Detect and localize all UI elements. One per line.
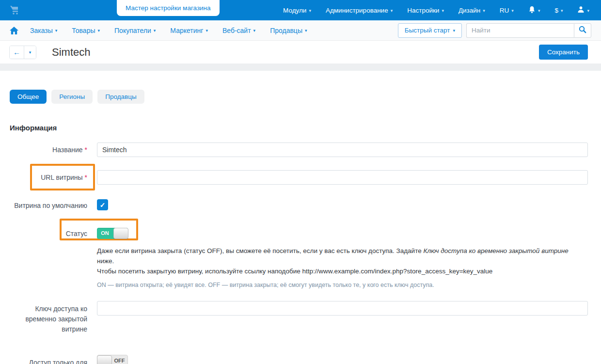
back-split-button: ← ▾ (9, 46, 36, 59)
chevron-down-icon: ▾ (309, 9, 311, 13)
chevron-down-icon: ▾ (391, 9, 393, 13)
search-icon (579, 26, 586, 35)
tabs: Общее Регионы Продавцы (10, 90, 588, 104)
nav-website[interactable]: Веб-сайт▾ (222, 27, 255, 34)
toggle-knob (97, 355, 112, 364)
save-button[interactable]: Сохранить (539, 45, 588, 60)
toggle-knob (113, 228, 128, 239)
bell-icon (528, 6, 536, 15)
chevron-down-icon: ▾ (253, 29, 256, 33)
access-key-input[interactable] (97, 301, 588, 316)
tab-vendors[interactable]: Продавцы (97, 90, 144, 104)
storefront-url-input[interactable] (97, 170, 588, 185)
nav-vendors[interactable]: Продавцы▾ (270, 27, 307, 34)
search-button[interactable] (574, 23, 591, 38)
chevron-down-icon: ▾ (206, 29, 208, 33)
page-header: ← ▾ Simtech Сохранить (0, 41, 601, 63)
access-key-label: Ключ доступа ко временно закрытой витрин… (10, 301, 87, 334)
chevron-down-icon: ▾ (511, 9, 514, 13)
chevron-down-icon: ▾ (442, 9, 444, 13)
menu-language[interactable]: RU▾ (500, 7, 514, 14)
chevron-down-icon: ▾ (55, 29, 58, 33)
name-input[interactable] (97, 142, 588, 157)
back-button[interactable]: ← (10, 46, 24, 59)
tab-regions[interactable]: Регионы (51, 90, 93, 104)
auth-only-toggle[interactable]: OFF (97, 355, 128, 364)
field-row-storefront-url: URL витрины * (10, 170, 588, 185)
status-help-text: Даже если витрина закрыта (статус OFF), … (97, 246, 577, 276)
user-icon (577, 6, 585, 15)
storefront-form: Название * URL витрины * Витрина по умол… (10, 142, 588, 364)
search-input[interactable] (466, 23, 574, 38)
search-group (466, 23, 591, 38)
status-label: Статус (10, 228, 87, 239)
status-toggle[interactable]: ON (97, 228, 128, 239)
status-muted-text: ON — витрина открыта; её увидят все. OFF… (97, 281, 577, 289)
notifications-menu[interactable]: ▾ (528, 6, 540, 15)
currency-menu[interactable]: $▾ (554, 7, 563, 14)
chevron-down-icon: ▾ (98, 29, 100, 33)
page-title: Simtech (52, 46, 90, 59)
storefront-settings-page: Мастер настройки магазина Модули▾ Админи… (0, 0, 601, 364)
nav-marketing[interactable]: Маркетинг▾ (170, 27, 208, 34)
store-setup-wizard-button[interactable]: Мастер настройки магазина (117, 0, 220, 16)
menu-design[interactable]: Дизайн▾ (459, 7, 485, 14)
field-row-auth-only: Доступ только для авторизованных покупат… (10, 355, 588, 364)
checkmark-icon: ✓ (100, 201, 106, 209)
auth-only-toggle-state: OFF (111, 355, 127, 364)
tab-general[interactable]: Общее (10, 90, 47, 104)
default-storefront-checkbox[interactable]: ✓ (97, 199, 108, 210)
currency-symbol: $ (554, 7, 558, 14)
status-toggle-state: ON (97, 228, 113, 239)
chevron-down-icon: ▾ (453, 29, 455, 33)
main-navbar: Заказы▾ Товары▾ Покупатели▾ Маркетинг▾ В… (0, 20, 601, 41)
chevron-down-icon: ▾ (305, 29, 307, 33)
cart-icon[interactable] (10, 5, 20, 15)
chevron-down-icon: ▾ (154, 29, 156, 33)
nav-products[interactable]: Товары▾ (72, 27, 100, 34)
field-row-default-storefront: Витрина по умолчанию ✓ (10, 199, 588, 211)
storefront-url-label: URL витрины * (10, 173, 87, 183)
menu-settings[interactable]: Настройки▾ (407, 7, 444, 14)
field-row-name: Название * (10, 142, 588, 157)
back-dropdown-button[interactable]: ▾ (24, 46, 36, 59)
home-icon[interactable] (10, 27, 18, 34)
chevron-down-icon: ▾ (538, 9, 540, 13)
field-row-status: Статус ON Даже если витрина закрыта (ста… (10, 228, 588, 289)
main-content: Общее Регионы Продавцы Информация Назван… (0, 71, 601, 364)
chevron-down-icon: ▾ (561, 9, 563, 13)
name-label: Название * (10, 145, 87, 155)
auth-only-label: Доступ только для авторизованных покупат… (10, 355, 87, 364)
nav-customers[interactable]: Покупатели▾ (114, 27, 156, 34)
chevron-down-icon: ▾ (587, 9, 589, 13)
menu-administration[interactable]: Администрирование▾ (326, 7, 393, 14)
required-marker: * (85, 174, 87, 181)
section-title-information: Информация (10, 124, 588, 132)
navbar-right: Быстрый старт▾ (398, 23, 591, 38)
top-menu: Модули▾ Администрирование▾ Настройки▾ Ди… (283, 6, 601, 15)
user-account-menu[interactable]: ▾ (577, 6, 589, 15)
menu-modules[interactable]: Модули▾ (283, 7, 311, 14)
divider-strip (0, 63, 601, 71)
nav-orders[interactable]: Заказы▾ (30, 27, 57, 34)
quick-start-button[interactable]: Быстрый старт▾ (398, 23, 462, 38)
top-admin-bar: Мастер настройки магазина Модули▾ Админи… (0, 0, 601, 20)
chevron-down-icon: ▾ (483, 9, 485, 13)
default-storefront-label: Витрина по умолчанию (10, 199, 87, 211)
required-marker: * (85, 146, 87, 154)
field-row-access-key: Ключ доступа ко временно закрытой витрин… (10, 301, 588, 334)
